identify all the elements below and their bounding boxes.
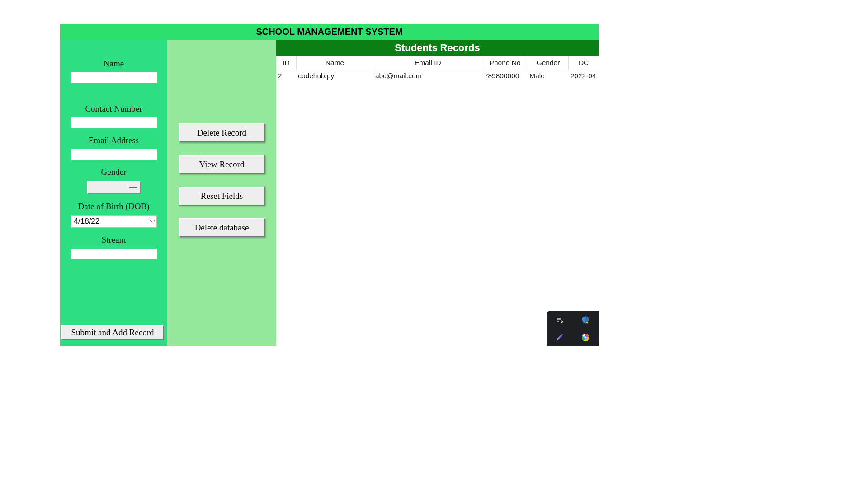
email-group: Email Address (60, 136, 167, 160)
gender-label: Gender (101, 167, 127, 177)
col-header-id[interactable]: ID (276, 56, 296, 70)
col-header-dob[interactable]: DC (569, 56, 599, 70)
delete-record-button[interactable]: Delete Record (179, 123, 265, 142)
reset-fields-label: Reset Fields (201, 191, 243, 201)
cell-gender: Male (528, 70, 568, 82)
records-panel: Students Records ID Name Email ID Phone … (276, 40, 599, 346)
records-title-bar: Students Records (276, 40, 599, 56)
chevron-down-icon (150, 219, 155, 224)
stream-label: Stream (102, 235, 126, 245)
delete-record-label: Delete Record (197, 128, 246, 138)
actions-panel: Delete Record View Record Reset Fields D… (167, 40, 276, 346)
feather-icon[interactable] (555, 333, 564, 342)
delete-database-label: Delete database (195, 223, 249, 233)
taskbar-tray (547, 311, 599, 346)
records-title: Students Records (395, 42, 480, 54)
contact-group: Contact Number (60, 104, 167, 128)
delete-database-button[interactable]: Delete database (179, 218, 265, 237)
email-label: Email Address (89, 136, 139, 145)
form-panel: Name Contact Number Email Address Gender… (60, 40, 167, 346)
col-header-email[interactable]: Email ID (373, 56, 482, 70)
submit-add-label: Submit and Add Record (71, 328, 154, 338)
table-row[interactable]: 2 codehub.py abc@mail.com 789800000 Male… (276, 70, 599, 82)
table-header-row: ID Name Email ID Phone No Gender DC (276, 56, 599, 70)
stream-group: Stream (60, 235, 167, 259)
body-area: Name Contact Number Email Address Gender… (60, 40, 599, 346)
contact-label: Contact Number (85, 104, 142, 114)
app-window: SCHOOL MANAGEMENT SYSTEM Name Contact Nu… (60, 24, 599, 346)
dropdown-indicator-icon (129, 187, 137, 188)
dob-label: Date of Birth (DOB) (78, 202, 150, 211)
name-group: Name (60, 59, 167, 83)
chrome-icon[interactable] (581, 333, 590, 342)
records-table-wrap: ID Name Email ID Phone No Gender DC 2 co… (276, 56, 599, 346)
name-label: Name (104, 59, 124, 69)
cell-name: codehub.py (296, 70, 373, 82)
app-title-bar: SCHOOL MANAGEMENT SYSTEM (60, 24, 599, 40)
cell-phone: 789800000 (482, 70, 528, 82)
col-header-phone[interactable]: Phone No (482, 56, 528, 70)
col-header-name[interactable]: Name (296, 56, 373, 70)
dob-group: Date of Birth (DOB) 4/18/22 (60, 202, 167, 228)
contact-input[interactable] (71, 117, 157, 128)
name-input[interactable] (71, 72, 157, 83)
cell-dob: 2022-04 (569, 70, 599, 82)
records-table: ID Name Email ID Phone No Gender DC 2 co… (276, 56, 599, 82)
dob-value: 4/18/22 (74, 217, 100, 226)
gender-dropdown[interactable] (87, 181, 141, 194)
cell-email: abc@mail.com (373, 70, 482, 82)
dob-datepicker[interactable]: 4/18/22 (71, 215, 157, 228)
reset-fields-button[interactable]: Reset Fields (179, 187, 265, 206)
view-record-label: View Record (199, 160, 245, 169)
cell-id: 2 (276, 70, 296, 82)
col-header-gender[interactable]: Gender (528, 56, 568, 70)
view-record-button[interactable]: View Record (179, 155, 265, 174)
queue-icon[interactable] (555, 315, 564, 324)
app-title: SCHOOL MANAGEMENT SYSTEM (256, 27, 402, 37)
security-shield-icon[interactable] (581, 315, 590, 324)
submit-add-button[interactable]: Submit and Add Record (61, 325, 164, 340)
svg-point-6 (585, 336, 587, 338)
gender-group: Gender (60, 167, 167, 194)
email-input[interactable] (71, 149, 157, 160)
stream-input[interactable] (71, 249, 157, 259)
